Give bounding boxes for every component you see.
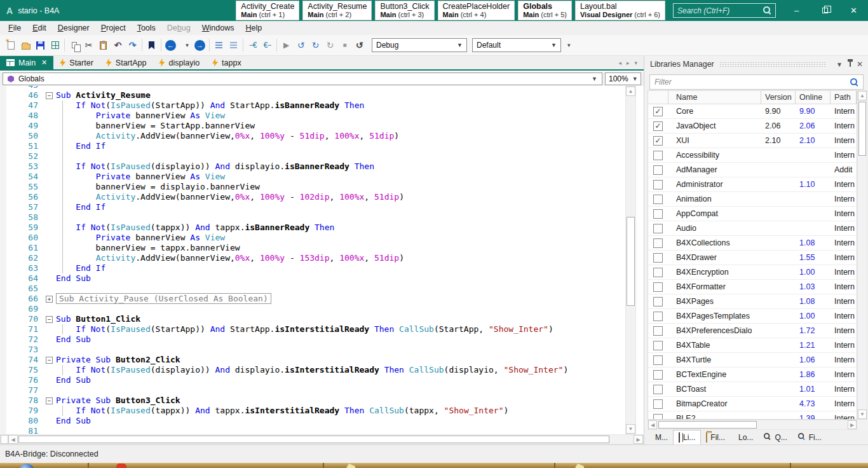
- step-over-icon[interactable]: ↻: [323, 37, 337, 53]
- library-row-bctextengine[interactable]: BCTextEngine1.86Intern: [648, 368, 857, 382]
- library-row-b4xtable[interactable]: B4XTable1.21Intern: [648, 338, 857, 353]
- code-line[interactable]: 56 Activity.AddView(bannerView,0%x, 100%…: [0, 192, 625, 202]
- scroll-up-icon[interactable]: ▲: [858, 91, 867, 100]
- checkbox-unchecked[interactable]: [653, 195, 663, 204]
- scroll-down-icon[interactable]: ▼: [626, 424, 635, 434]
- checkbox-unchecked[interactable]: [653, 312, 663, 321]
- checkbox-unchecked[interactable]: [653, 399, 663, 409]
- restart-icon[interactable]: ↺: [352, 37, 367, 53]
- menu-help[interactable]: Help: [240, 21, 268, 35]
- checkbox-unchecked[interactable]: [653, 151, 663, 160]
- checkbox-checked[interactable]: ✓: [653, 107, 663, 116]
- checkbox-column-header[interactable]: [648, 91, 668, 104]
- zoom-dropdown[interactable]: 100% ▼: [605, 72, 641, 85]
- code-line[interactable]: 58: [0, 212, 625, 223]
- quick-access-layout.bal[interactable]: Layout.balVisual Designer (ctrl + 6): [575, 1, 665, 20]
- build-config-dropdown[interactable]: Debug ▼: [372, 38, 467, 52]
- library-row-appcompat[interactable]: AppCompatIntern: [648, 207, 857, 221]
- code-line[interactable]: 57 End If: [0, 202, 625, 212]
- back-dropdown-icon[interactable]: ▾: [178, 37, 193, 53]
- panel-drag-texture[interactable]: [719, 62, 825, 67]
- library-row-animation[interactable]: AnimationIntern: [648, 192, 857, 207]
- package-icon[interactable]: [48, 37, 62, 53]
- quick-access-globals[interactable]: GlobalsMain (ctrl + 5): [518, 1, 572, 20]
- stop-icon[interactable]: ■: [337, 37, 352, 53]
- code-line[interactable]: 60 Private bannerView As View: [0, 233, 625, 243]
- code-line[interactable]: 49 bannerView = StartApp.bannerView: [0, 121, 625, 131]
- library-row-b4xpreferencesdialo[interactable]: B4XPreferencesDialo1.72Intern: [648, 324, 857, 338]
- fold-collapse-marker[interactable]: −: [43, 90, 56, 100]
- code-line[interactable]: 52: [0, 151, 625, 162]
- checkbox-unchecked[interactable]: [653, 282, 663, 292]
- bottom-tab-li[interactable]: Li...: [673, 430, 701, 444]
- uncomment-icon[interactable]: €−: [260, 37, 275, 53]
- library-row-ble2[interactable]: BLE21.39Intern: [648, 411, 857, 419]
- copy-icon[interactable]: [67, 37, 81, 53]
- library-row-admanager[interactable]: AdManagerAddit: [648, 163, 857, 177]
- tab-scroll-left-icon[interactable]: ◂: [618, 60, 621, 66]
- library-row-bitmapcreator[interactable]: BitmapCreator4.73Intern: [648, 397, 857, 411]
- library-row-b4xpages[interactable]: B4XPages1.08Intern: [648, 294, 857, 309]
- cut-icon[interactable]: ✂: [81, 37, 96, 53]
- scroll-left-icon[interactable]: ◀: [8, 435, 18, 444]
- code-line[interactable]: 81: [0, 426, 625, 434]
- run-icon[interactable]: ▶: [279, 37, 294, 53]
- library-row-b4xdrawer[interactable]: B4XDrawer1.55Intern: [648, 251, 857, 265]
- toolbar-overflow-icon[interactable]: ▾: [567, 42, 571, 48]
- library-row-core[interactable]: ✓Core9.909.90Intern: [648, 104, 857, 119]
- scope-dropdown[interactable]: Globals ▼: [3, 72, 602, 85]
- redo-icon[interactable]: ↷: [125, 37, 140, 53]
- collapsed-sub-region[interactable]: Sub Activity_Pause (UserClosed As Boolea…: [56, 293, 271, 304]
- new-icon[interactable]: [4, 37, 18, 53]
- editor-vscroll-thumb[interactable]: [627, 217, 635, 306]
- checkbox-unchecked[interactable]: [653, 341, 663, 350]
- tab-list-dropdown-icon[interactable]: ▾: [634, 60, 637, 66]
- tab-startapp[interactable]: StartApp: [100, 56, 153, 69]
- code-line[interactable]: 76End Sub: [0, 375, 625, 385]
- tab-tappx[interactable]: tappx: [206, 56, 248, 69]
- quick-access-activity_create[interactable]: Activity_CreateMain (ctrl + 1): [236, 1, 299, 20]
- restore-button[interactable]: [811, 0, 839, 21]
- code-line[interactable]: 45: [0, 86, 625, 90]
- menu-designer[interactable]: Designer: [52, 21, 95, 35]
- code-line[interactable]: 72End Sub: [0, 334, 625, 345]
- bookmark-icon[interactable]: [144, 37, 159, 53]
- folder-icon[interactable]: [575, 464, 584, 468]
- scroll-right-icon[interactable]: ▶: [848, 420, 857, 429]
- code-line[interactable]: 77: [0, 385, 625, 396]
- checkbox-unchecked[interactable]: [653, 297, 663, 306]
- search-input[interactable]: [677, 6, 763, 15]
- bottom-tab-lo[interactable]: Lo...: [730, 430, 758, 444]
- checkbox-checked[interactable]: ✓: [653, 136, 663, 146]
- library-filter-box[interactable]: [649, 74, 864, 90]
- code-line[interactable]: 71 If Not(IsPaused(StartApp)) And StartA…: [0, 324, 625, 334]
- bottom-tab-fi[interactable]: Fi...: [792, 430, 827, 444]
- menu-edit[interactable]: Edit: [27, 21, 52, 35]
- checkbox-checked[interactable]: ✓: [653, 121, 663, 131]
- library-row-b4xencryption[interactable]: B4XEncryption1.00Intern: [648, 265, 857, 280]
- library-row-administrator[interactable]: Administrator1.10Intern: [648, 177, 857, 192]
- checkbox-unchecked[interactable]: [653, 268, 663, 277]
- quick-access-activity_resume[interactable]: Activity_ResumeMain (ctrl + 2): [302, 1, 372, 20]
- online-column-header[interactable]: Online: [796, 91, 831, 104]
- libraries-vscroll-thumb[interactable]: [858, 102, 866, 156]
- name-column-header[interactable]: Name: [668, 91, 761, 104]
- code-line[interactable]: 78−Private Sub Button3_Click: [0, 396, 625, 406]
- checkbox-unchecked[interactable]: [653, 355, 663, 365]
- checkbox-unchecked[interactable]: [653, 209, 663, 219]
- code-line[interactable]: 50 Activity.AddView(bannerView,0%x, 100%…: [0, 131, 625, 141]
- checkbox-unchecked[interactable]: [653, 414, 663, 420]
- version-column-header[interactable]: Version: [761, 91, 796, 104]
- open-icon[interactable]: [18, 37, 33, 53]
- library-row-b4xturtle[interactable]: B4XTurtle1.06Intern: [648, 353, 857, 368]
- code-line[interactable]: 73: [0, 345, 625, 355]
- quick-access-createplaceholder[interactable]: CreatePlaceHolderMain (ctrl + 4): [438, 1, 515, 20]
- search-box[interactable]: [673, 3, 776, 18]
- code-line[interactable]: 62 Activity.AddView(bannerView,0%x, 100%…: [0, 253, 625, 263]
- library-filter-input[interactable]: [654, 78, 850, 86]
- start-button-icon[interactable]: [19, 464, 34, 468]
- scroll-up-icon[interactable]: ▲: [626, 86, 635, 96]
- bottom-tab-m[interactable]: M...: [647, 430, 673, 444]
- code-line[interactable]: 48 Private bannerView As View: [0, 111, 625, 121]
- scroll-down-icon[interactable]: ▼: [858, 410, 867, 419]
